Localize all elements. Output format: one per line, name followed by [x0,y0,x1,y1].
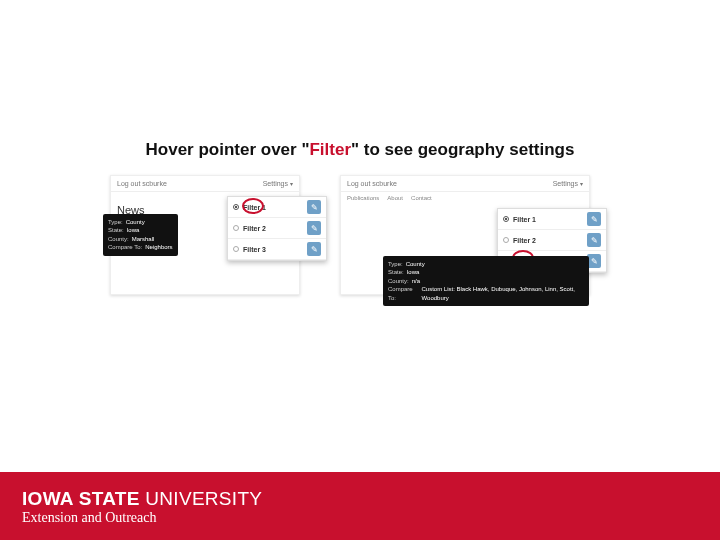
filter-label: Filter 1 [513,216,536,223]
tt-val: County [126,218,145,226]
tt-val: Iowa [127,226,140,234]
filter-row-2[interactable]: Filter 2 ✎ [228,218,326,239]
radio-icon [233,246,239,252]
title-highlight: Filter [309,140,351,159]
filter-label: Filter 3 [243,246,266,253]
uni-bold: IOWA STATE [22,488,145,509]
logout-link[interactable]: Log out scburke [347,180,397,187]
settings-dropdown[interactable]: Settings [553,180,583,187]
filter-row-1[interactable]: Filter 1 ✎ [498,209,606,230]
title-pre: Hover pointer over " [146,140,310,159]
tt-key: State: [388,268,404,276]
nav-publications[interactable]: Publications [347,195,379,201]
tt-key: County: [388,277,409,285]
logout-link[interactable]: Log out scburke [117,180,167,187]
tt-val: Iowa [407,268,420,276]
slide: Hover pointer over "Filter" to see geogr… [0,0,720,540]
tt-val: Custom List: Black Hawk, Dubuque, Johnso… [422,285,584,302]
highlight-circle [242,198,264,214]
nav-contact[interactable]: Contact [411,195,432,201]
pencil-icon[interactable]: ✎ [307,242,321,256]
pencil-icon[interactable]: ✎ [307,200,321,214]
filter-tooltip: Type:County State:Iowa County:Marshall C… [103,214,178,256]
university-name: IOWA STATE UNIVERSITY [22,488,262,510]
screenshot-row: Log out scburke Settings News Data for D… [110,175,610,315]
tt-val: Marshall [132,235,155,243]
tt-key: Type: [108,218,123,226]
footer-logo: IOWA STATE UNIVERSITY Extension and Outr… [22,488,262,526]
tt-val: County [406,260,425,268]
screenshot-filter3: Log out scburke Settings Publications Ab… [340,175,590,295]
filter-label: Filter 2 [513,237,536,244]
screenshot-filter1: Log out scburke Settings News Data for D… [110,175,300,295]
filter-panel: Filter 1 ✎ Filter 2 ✎ Filter 3 ✎ [227,196,327,261]
tt-key: State: [108,226,124,234]
nav-row: Publications About Contact [341,192,589,204]
topbar: Log out scburke Settings [111,176,299,192]
tt-val: Neighbors [145,243,172,251]
pencil-icon[interactable]: ✎ [587,233,601,247]
tt-key: County: [108,235,129,243]
filter-row-3[interactable]: Filter 3 ✎ [228,239,326,260]
radio-icon [503,216,509,222]
settings-dropdown[interactable]: Settings [263,180,293,187]
tt-key: Compare To: [108,243,142,251]
extension-outreach: Extension and Outreach [22,510,262,526]
pencil-icon[interactable]: ✎ [587,212,601,226]
tt-key: Type: [388,260,403,268]
radio-icon [233,204,239,210]
body: News Data for Decisions Reports Tool Fil… [111,192,299,236]
radio-icon [233,225,239,231]
tt-val: n/a [412,277,420,285]
pencil-icon[interactable]: ✎ [587,254,601,268]
footer-bar: IOWA STATE UNIVERSITY Extension and Outr… [0,472,720,540]
filter-tooltip: Type:County State:Iowa County:n/a Compar… [383,256,589,306]
tt-key: Compare To: [388,285,419,302]
radio-icon [503,237,509,243]
filter-row-2[interactable]: Filter 2 ✎ [498,230,606,251]
slide-title: Hover pointer over "Filter" to see geogr… [0,140,720,160]
nav-about[interactable]: About [387,195,403,201]
pencil-icon[interactable]: ✎ [307,221,321,235]
filter-label: Filter 2 [243,225,266,232]
title-post: " to see geography settings [351,140,574,159]
topbar: Log out scburke Settings [341,176,589,192]
body: Filter 1 ✎ Filter 2 ✎ Filter 3 ✎ [341,204,589,212]
uni-rest: UNIVERSITY [145,488,262,509]
